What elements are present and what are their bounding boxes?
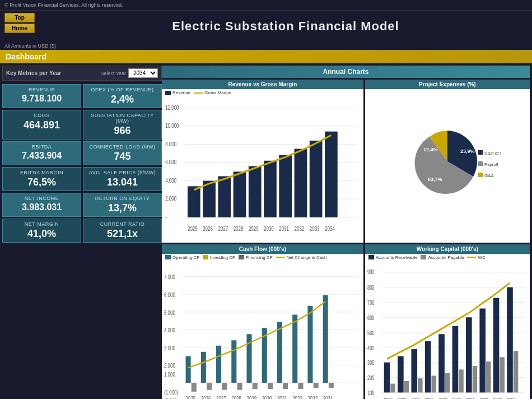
top-charts-row: Revenue vs Gross Margin Revenue Gross Ma…	[162, 80, 530, 243]
svg-text:2032: 2032	[295, 225, 305, 233]
legend-revenue-label: Revenue	[172, 90, 190, 95]
svg-text:2029: 2029	[438, 397, 447, 399]
left-panel: Key Metrics per Year Select Year 2034 20…	[2, 66, 162, 399]
legend-investing-cf-icon	[203, 255, 208, 259]
svg-rect-41	[478, 173, 483, 177]
metric-net-margin-label: Net Margin	[6, 221, 77, 227]
svg-text:2031: 2031	[466, 397, 474, 399]
expenses-chart-body: 23,9% 63,7% 12,4% Cost of Sales Payroll …	[365, 89, 530, 243]
metric-substation: Substation Capacity (MW) 966	[83, 110, 162, 140]
svg-text:2033: 2033	[493, 397, 501, 399]
working-capital-chart-body: 900 800 700 600 500 400 300 200 100	[365, 261, 530, 400]
svg-text:8.000: 8.000	[165, 140, 176, 147]
expenses-pie-svg: 23,9% 63,7% 12,4% Cost of Sales Payroll …	[394, 122, 501, 209]
metric-roe: Return on Equity 13,7%	[83, 193, 162, 217]
metric-net-margin: Net Margin 41,0%	[2, 219, 81, 243]
legend-wc-icon	[467, 257, 476, 258]
legend-wc-label: WC	[478, 255, 485, 260]
metric-current-ratio-value: 521,1x	[87, 228, 158, 240]
svg-rect-60	[186, 356, 191, 382]
revenue-chart-legend: Revenue Gross Margin	[162, 89, 363, 96]
svg-text:12,4%: 12,4%	[423, 147, 438, 152]
svg-rect-63	[231, 340, 236, 383]
cashflow-chart-svg: 7.000 6.000 5.000 4.000 3.000 2.000 1.00…	[164, 263, 361, 400]
svg-rect-108	[384, 362, 390, 392]
svg-text:2033: 2033	[307, 395, 318, 399]
svg-rect-64	[246, 334, 251, 383]
svg-rect-19	[264, 161, 277, 217]
svg-text:2029: 2029	[249, 225, 259, 233]
metric-ebitda-margin-value: 76,5%	[6, 177, 77, 188]
right-panel: Annual Charts Revenue vs Gross Margin Re…	[162, 66, 530, 399]
svg-rect-121	[431, 375, 436, 392]
svg-rect-70	[192, 383, 197, 392]
svg-rect-79	[329, 383, 334, 388]
svg-text:2026: 2026	[203, 225, 213, 233]
svg-rect-127	[514, 351, 518, 392]
working-capital-chart-title: Working Capital (000's)	[365, 244, 530, 254]
svg-rect-116	[493, 298, 499, 392]
svg-text:2032: 2032	[292, 395, 302, 399]
svg-text:2034: 2034	[323, 395, 333, 399]
metric-ebitda-value: 7.433.904	[6, 151, 77, 161]
expenses-chart-container: Project Expenses (%) 23,9%	[365, 80, 530, 243]
metric-revenue-value: 9.718.100	[6, 94, 77, 104]
top-button[interactable]: Top	[4, 13, 35, 22]
svg-rect-75	[268, 383, 273, 389]
svg-rect-22	[310, 141, 323, 217]
svg-text:-: -	[165, 214, 167, 221]
revenue-chart-container: Revenue vs Gross Margin Revenue Gross Ma…	[162, 80, 363, 243]
home-button[interactable]: Home	[4, 24, 35, 33]
year-select[interactable]: 2034 2033 2032 2031 2030	[128, 68, 158, 78]
svg-rect-117	[507, 287, 513, 392]
svg-text:6.000: 6.000	[165, 159, 176, 166]
svg-text:5.000: 5.000	[164, 309, 175, 316]
svg-text:12.000: 12.000	[165, 104, 179, 111]
svg-rect-120	[418, 378, 422, 392]
svg-rect-21	[295, 149, 307, 217]
cashflow-legend: Operating CF Investing CF Financing CF N…	[162, 254, 363, 261]
annual-charts-title: Annual Charts	[162, 66, 530, 78]
metric-avg-sale-value: 13.041	[87, 177, 158, 188]
legend-ar: Accounts Receivable	[368, 255, 418, 260]
svg-text:2032: 2032	[479, 397, 488, 399]
wc-legend: Accounts Receivable Accounts Payable WC	[365, 254, 530, 261]
svg-text:3.000: 3.000	[164, 344, 175, 351]
svg-text:23,9%: 23,9%	[460, 149, 475, 154]
metric-opex-label: OpEx (% of Revenue)	[87, 87, 158, 92]
svg-text:2025: 2025	[188, 225, 198, 233]
svg-text:2031: 2031	[277, 395, 287, 399]
svg-text:700: 700	[367, 299, 374, 306]
svg-text:2026: 2026	[398, 397, 406, 399]
svg-rect-119	[404, 381, 408, 392]
metric-cogs-label: COGS	[6, 113, 77, 118]
svg-text:6.000: 6.000	[164, 291, 175, 298]
svg-text:10.000: 10.000	[165, 122, 179, 129]
metric-substation-label: Substation Capacity (MW)	[87, 113, 158, 124]
svg-text:(1.000): (1.000)	[164, 388, 178, 396]
header-area: Top Home Electric Substation Financial M…	[0, 11, 532, 42]
metric-ebitda-margin: EBITDA Margin 76,5%	[2, 167, 81, 191]
svg-rect-66	[277, 322, 282, 383]
bottom-charts-row: Cash Flow (000's) Operating CF Investing…	[162, 244, 530, 400]
svg-text:63,7%: 63,7%	[428, 177, 442, 182]
select-year-label: Select Year	[100, 71, 126, 76]
svg-text:2028: 2028	[234, 225, 244, 233]
svg-rect-109	[398, 356, 404, 392]
svg-text:500: 500	[367, 329, 374, 336]
legend-investing-cf: Investing CF	[203, 255, 235, 260]
wc-chart-svg: 900 800 700 600 500 400 300 200 100	[367, 263, 528, 400]
svg-rect-23	[325, 132, 338, 217]
metric-net-income: Net Income 3.983.031	[2, 193, 81, 217]
svg-rect-126	[500, 357, 504, 392]
svg-rect-69	[323, 295, 328, 382]
legend-ap: Accounts Payable	[421, 255, 464, 260]
legend-operating-cf-icon	[165, 255, 171, 259]
revenue-chart-body: 12.000 10.000 8.000 6.000 4.000 2.000 -	[162, 96, 363, 243]
legend-operating-cf-label: Operating CF	[172, 255, 199, 260]
legend-financing-cf-icon	[239, 255, 244, 259]
svg-rect-16	[218, 176, 231, 217]
cashflow-chart-body: 7.000 6.000 5.000 4.000 3.000 2.000 1.00…	[162, 261, 363, 400]
metric-avg-sale-label: Avg. Sale Price ($/MW)	[87, 170, 158, 175]
svg-rect-17	[234, 171, 246, 217]
